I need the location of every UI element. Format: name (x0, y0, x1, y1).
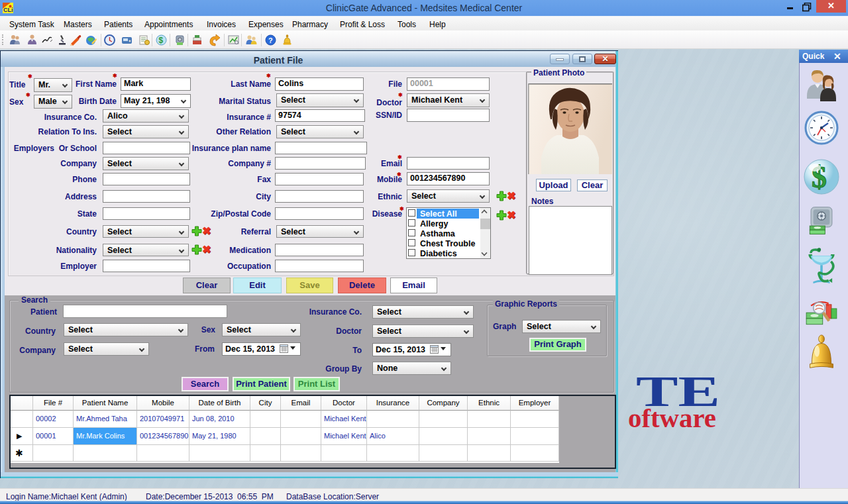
svg-text:?: ? (268, 36, 273, 44)
svg-text:$: $ (159, 36, 164, 45)
svg-text:CLi: CLi (3, 7, 13, 13)
